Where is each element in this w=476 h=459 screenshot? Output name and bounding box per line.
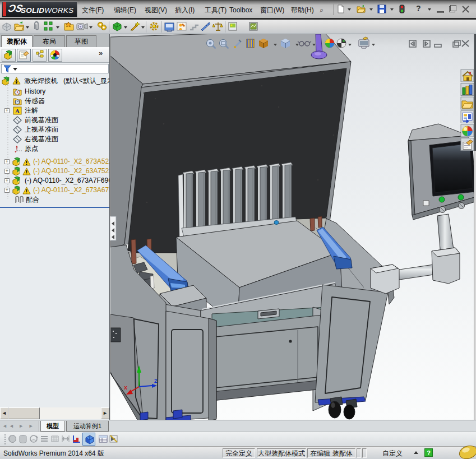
svg-text:A: A [15,108,20,114]
svg-text:X: X [124,385,127,391]
svg-text:Z: Z [154,378,158,384]
